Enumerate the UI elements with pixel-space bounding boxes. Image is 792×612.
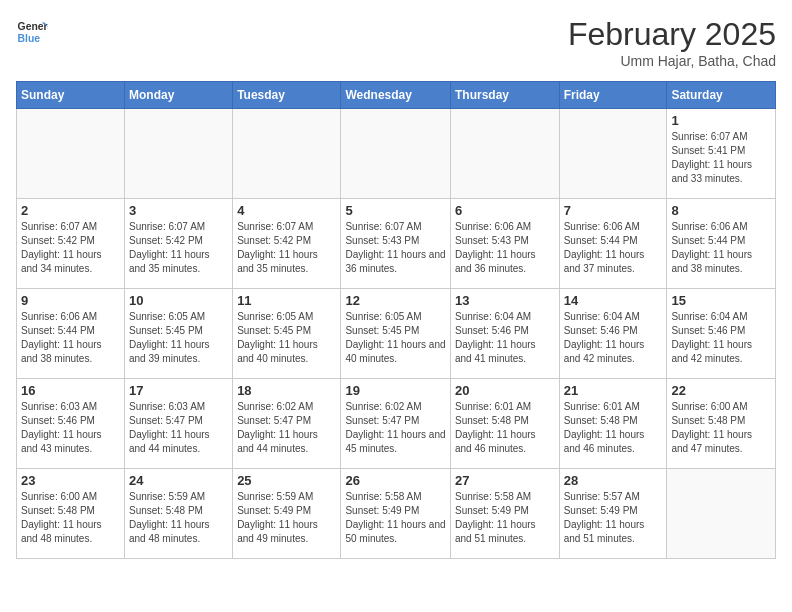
weekday-header-friday: Friday (559, 82, 667, 109)
calendar-cell: 22Sunrise: 6:00 AM Sunset: 5:48 PM Dayli… (667, 379, 776, 469)
day-number: 18 (237, 383, 336, 398)
calendar-cell: 10Sunrise: 6:05 AM Sunset: 5:45 PM Dayli… (125, 289, 233, 379)
calendar-cell: 21Sunrise: 6:01 AM Sunset: 5:48 PM Dayli… (559, 379, 667, 469)
day-info: Sunrise: 6:06 AM Sunset: 5:44 PM Dayligh… (21, 310, 120, 366)
day-info: Sunrise: 6:05 AM Sunset: 5:45 PM Dayligh… (237, 310, 336, 366)
calendar-table: SundayMondayTuesdayWednesdayThursdayFrid… (16, 81, 776, 559)
day-number: 14 (564, 293, 663, 308)
day-number: 8 (671, 203, 771, 218)
weekday-header-wednesday: Wednesday (341, 82, 451, 109)
day-info: Sunrise: 6:00 AM Sunset: 5:48 PM Dayligh… (21, 490, 120, 546)
day-info: Sunrise: 6:06 AM Sunset: 5:43 PM Dayligh… (455, 220, 555, 276)
day-number: 7 (564, 203, 663, 218)
calendar-cell: 18Sunrise: 6:02 AM Sunset: 5:47 PM Dayli… (233, 379, 341, 469)
week-row-5: 23Sunrise: 6:00 AM Sunset: 5:48 PM Dayli… (17, 469, 776, 559)
day-number: 4 (237, 203, 336, 218)
calendar-cell: 15Sunrise: 6:04 AM Sunset: 5:46 PM Dayli… (667, 289, 776, 379)
calendar-cell: 25Sunrise: 5:59 AM Sunset: 5:49 PM Dayli… (233, 469, 341, 559)
day-number: 16 (21, 383, 120, 398)
day-number: 3 (129, 203, 228, 218)
day-info: Sunrise: 6:07 AM Sunset: 5:42 PM Dayligh… (21, 220, 120, 276)
svg-text:Blue: Blue (18, 33, 41, 44)
calendar-cell: 12Sunrise: 6:05 AM Sunset: 5:45 PM Dayli… (341, 289, 451, 379)
day-number: 1 (671, 113, 771, 128)
day-info: Sunrise: 6:04 AM Sunset: 5:46 PM Dayligh… (455, 310, 555, 366)
week-row-2: 2Sunrise: 6:07 AM Sunset: 5:42 PM Daylig… (17, 199, 776, 289)
calendar-cell: 23Sunrise: 6:00 AM Sunset: 5:48 PM Dayli… (17, 469, 125, 559)
week-row-1: 1Sunrise: 6:07 AM Sunset: 5:41 PM Daylig… (17, 109, 776, 199)
day-info: Sunrise: 6:02 AM Sunset: 5:47 PM Dayligh… (237, 400, 336, 456)
calendar-cell: 2Sunrise: 6:07 AM Sunset: 5:42 PM Daylig… (17, 199, 125, 289)
calendar-cell (17, 109, 125, 199)
day-number: 21 (564, 383, 663, 398)
day-number: 10 (129, 293, 228, 308)
weekday-header-monday: Monday (125, 82, 233, 109)
calendar-cell: 11Sunrise: 6:05 AM Sunset: 5:45 PM Dayli… (233, 289, 341, 379)
calendar-cell (667, 469, 776, 559)
logo: General Blue (16, 16, 48, 48)
calendar-cell: 6Sunrise: 6:06 AM Sunset: 5:43 PM Daylig… (450, 199, 559, 289)
day-info: Sunrise: 6:07 AM Sunset: 5:42 PM Dayligh… (129, 220, 228, 276)
calendar-cell: 26Sunrise: 5:58 AM Sunset: 5:49 PM Dayli… (341, 469, 451, 559)
day-info: Sunrise: 5:58 AM Sunset: 5:49 PM Dayligh… (345, 490, 446, 546)
day-number: 17 (129, 383, 228, 398)
calendar-cell: 13Sunrise: 6:04 AM Sunset: 5:46 PM Dayli… (450, 289, 559, 379)
calendar-cell: 27Sunrise: 5:58 AM Sunset: 5:49 PM Dayli… (450, 469, 559, 559)
title-block: February 2025 Umm Hajar, Batha, Chad (568, 16, 776, 69)
day-number: 6 (455, 203, 555, 218)
day-info: Sunrise: 6:03 AM Sunset: 5:46 PM Dayligh… (21, 400, 120, 456)
day-info: Sunrise: 5:58 AM Sunset: 5:49 PM Dayligh… (455, 490, 555, 546)
day-number: 28 (564, 473, 663, 488)
weekday-header-row: SundayMondayTuesdayWednesdayThursdayFrid… (17, 82, 776, 109)
calendar-cell: 5Sunrise: 6:07 AM Sunset: 5:43 PM Daylig… (341, 199, 451, 289)
weekday-header-sunday: Sunday (17, 82, 125, 109)
day-info: Sunrise: 5:57 AM Sunset: 5:49 PM Dayligh… (564, 490, 663, 546)
day-info: Sunrise: 6:04 AM Sunset: 5:46 PM Dayligh… (564, 310, 663, 366)
day-info: Sunrise: 6:07 AM Sunset: 5:41 PM Dayligh… (671, 130, 771, 186)
day-info: Sunrise: 6:03 AM Sunset: 5:47 PM Dayligh… (129, 400, 228, 456)
weekday-header-saturday: Saturday (667, 82, 776, 109)
calendar-cell: 4Sunrise: 6:07 AM Sunset: 5:42 PM Daylig… (233, 199, 341, 289)
day-number: 22 (671, 383, 771, 398)
day-number: 12 (345, 293, 446, 308)
day-number: 20 (455, 383, 555, 398)
day-number: 2 (21, 203, 120, 218)
day-info: Sunrise: 6:07 AM Sunset: 5:43 PM Dayligh… (345, 220, 446, 276)
day-info: Sunrise: 5:59 AM Sunset: 5:49 PM Dayligh… (237, 490, 336, 546)
day-info: Sunrise: 6:01 AM Sunset: 5:48 PM Dayligh… (455, 400, 555, 456)
calendar-cell: 17Sunrise: 6:03 AM Sunset: 5:47 PM Dayli… (125, 379, 233, 469)
day-number: 26 (345, 473, 446, 488)
calendar-cell: 16Sunrise: 6:03 AM Sunset: 5:46 PM Dayli… (17, 379, 125, 469)
calendar-cell: 8Sunrise: 6:06 AM Sunset: 5:44 PM Daylig… (667, 199, 776, 289)
week-row-3: 9Sunrise: 6:06 AM Sunset: 5:44 PM Daylig… (17, 289, 776, 379)
calendar-cell: 1Sunrise: 6:07 AM Sunset: 5:41 PM Daylig… (667, 109, 776, 199)
day-info: Sunrise: 6:06 AM Sunset: 5:44 PM Dayligh… (564, 220, 663, 276)
day-info: Sunrise: 6:02 AM Sunset: 5:47 PM Dayligh… (345, 400, 446, 456)
day-info: Sunrise: 6:04 AM Sunset: 5:46 PM Dayligh… (671, 310, 771, 366)
day-number: 13 (455, 293, 555, 308)
weekday-header-thursday: Thursday (450, 82, 559, 109)
page-header: General Blue February 2025 Umm Hajar, Ba… (16, 16, 776, 69)
day-info: Sunrise: 6:06 AM Sunset: 5:44 PM Dayligh… (671, 220, 771, 276)
day-info: Sunrise: 6:05 AM Sunset: 5:45 PM Dayligh… (345, 310, 446, 366)
calendar-cell: 9Sunrise: 6:06 AM Sunset: 5:44 PM Daylig… (17, 289, 125, 379)
day-info: Sunrise: 6:05 AM Sunset: 5:45 PM Dayligh… (129, 310, 228, 366)
day-info: Sunrise: 6:07 AM Sunset: 5:42 PM Dayligh… (237, 220, 336, 276)
day-number: 9 (21, 293, 120, 308)
day-number: 24 (129, 473, 228, 488)
calendar-cell: 3Sunrise: 6:07 AM Sunset: 5:42 PM Daylig… (125, 199, 233, 289)
calendar-cell: 24Sunrise: 5:59 AM Sunset: 5:48 PM Dayli… (125, 469, 233, 559)
calendar-cell: 20Sunrise: 6:01 AM Sunset: 5:48 PM Dayli… (450, 379, 559, 469)
week-row-4: 16Sunrise: 6:03 AM Sunset: 5:46 PM Dayli… (17, 379, 776, 469)
day-number: 27 (455, 473, 555, 488)
day-number: 15 (671, 293, 771, 308)
calendar-cell (125, 109, 233, 199)
calendar-cell (233, 109, 341, 199)
day-number: 25 (237, 473, 336, 488)
calendar-cell: 19Sunrise: 6:02 AM Sunset: 5:47 PM Dayli… (341, 379, 451, 469)
logo-icon: General Blue (16, 16, 48, 48)
day-info: Sunrise: 6:00 AM Sunset: 5:48 PM Dayligh… (671, 400, 771, 456)
calendar-cell (559, 109, 667, 199)
month-title: February 2025 (568, 16, 776, 53)
location-subtitle: Umm Hajar, Batha, Chad (568, 53, 776, 69)
